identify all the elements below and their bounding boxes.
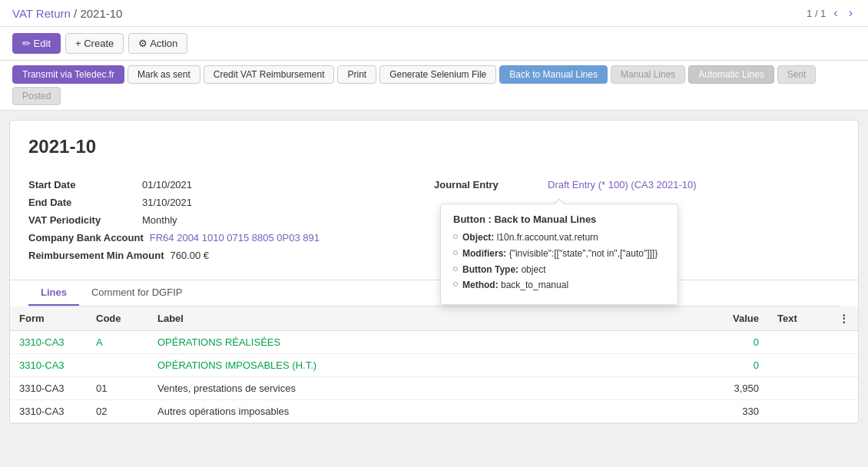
sent-tab[interactable]: Sent	[777, 65, 817, 84]
tooltip-button-type-value: object	[521, 264, 545, 275]
tooltip-bullet-2	[453, 250, 458, 255]
table-section: Form Code Label Value Text ⋮ 3310-CA3 A …	[10, 306, 858, 423]
tooltip-item-button-type: Button Type: object	[453, 263, 665, 277]
fields-left: Start Date 01/10/2021 End Date 31/10/202…	[28, 176, 434, 264]
print-button[interactable]: Print	[337, 65, 376, 84]
tooltip-modifiers-value: {"invisible":[["state","not in",["auto"]…	[509, 248, 658, 259]
tooltip-object-key: Object:	[462, 232, 497, 243]
tab-comment-dgfip[interactable]: Comment for DGFIP	[79, 280, 194, 306]
create-button[interactable]: + Create	[65, 33, 124, 54]
cell-menu-1	[830, 331, 858, 354]
tooltip-object-value: l10n.fr.account.vat.return	[497, 232, 598, 243]
field-label-journal-entry: Journal Entry	[434, 179, 542, 190]
tooltip-arrow-inner	[554, 200, 565, 205]
cell-code-1: A	[87, 331, 148, 354]
field-value-journal-entry[interactable]: Draft Entry (* 100) (CA3 2021-10)	[548, 179, 697, 190]
manual-lines-tab[interactable]: Manual Lines	[611, 65, 685, 84]
table-header: Form Code Label Value Text ⋮	[10, 306, 858, 331]
cell-text-2	[768, 354, 830, 377]
pagination: 1 / 1 ‹ ›	[807, 6, 856, 20]
cell-text-4	[768, 400, 830, 423]
cell-value-4: 330	[691, 400, 768, 423]
field-value-company-bank[interactable]: FR64 2004 1010 0715 8805 0P03 891	[150, 232, 320, 243]
tooltip-title: Button : Back to Manual Lines	[453, 214, 665, 225]
field-value-reimbursement: 760.00 €	[170, 250, 209, 261]
field-value-start-date: 01/10/2021	[142, 179, 192, 190]
posted-tab[interactable]: Posted	[12, 87, 61, 105]
table-row: 3310-CA3 A OPÉRATIONS RÉALISÉES 0	[10, 331, 858, 354]
toolbar: ✏ Edit + Create ⚙ Action	[0, 27, 868, 61]
table-row: 3310-CA3 01 Ventes, prestations de servi…	[10, 377, 858, 400]
cell-menu-3	[830, 377, 858, 400]
col-header-form: Form	[10, 306, 87, 331]
tooltip-bullet-4	[453, 282, 458, 286]
tab-list: Lines Comment for DGFIP	[28, 280, 840, 306]
tooltip-button-type-key: Button Type:	[462, 264, 521, 275]
cell-label-3: Ventes, prestations de services	[148, 377, 691, 400]
breadcrumb-parent[interactable]: VAT Return	[12, 7, 71, 20]
field-value-vat-periodicity: Monthly	[142, 214, 177, 226]
breadcrumb-separator: /	[74, 7, 77, 20]
cell-form-3: 3310-CA3	[10, 377, 87, 400]
edit-button[interactable]: ✏ Edit	[12, 33, 61, 54]
table-row: 3310-CA3 OPÉRATIONS IMPOSABLES (H.T.) 0	[10, 354, 858, 377]
credit-vat-button[interactable]: Credit VAT Reimbursement	[204, 65, 335, 84]
fields-grid: Start Date 01/10/2021 End Date 31/10/202…	[28, 176, 840, 264]
data-table: Form Code Label Value Text ⋮ 3310-CA3 A …	[10, 306, 858, 423]
cell-value-3: 3,950	[691, 377, 768, 400]
top-bar: VAT Return / 2021-10 1 / 1 ‹ ›	[0, 0, 868, 27]
table-body: 3310-CA3 A OPÉRATIONS RÉALISÉES 0 3310-C…	[10, 331, 858, 423]
field-label-company-bank: Company Bank Account	[28, 232, 144, 243]
tabs-section: Lines Comment for DGFIP	[10, 280, 858, 306]
action-button[interactable]: ⚙ Action	[128, 33, 187, 54]
back-to-manual-button[interactable]: Back to Manual Lines	[499, 65, 608, 84]
tab-lines[interactable]: Lines	[28, 280, 79, 306]
field-end-date: End Date 31/10/2021	[28, 194, 434, 211]
cell-form-1[interactable]: 3310-CA3	[10, 331, 87, 354]
cell-form-2[interactable]: 3310-CA3	[10, 354, 87, 377]
cell-label-4: Autres opérations imposables	[148, 400, 691, 423]
generate-selenium-button[interactable]: Generate Selenium File	[379, 65, 496, 84]
field-label-end-date: End Date	[28, 197, 136, 208]
field-value-end-date: 31/10/2021	[142, 197, 192, 208]
col-header-menu: ⋮	[830, 306, 858, 331]
field-journal-entry: Journal Entry Draft Entry (* 100) (CA3 2…	[434, 176, 840, 194]
field-label-reimbursement: Reimbursement Min Amount	[28, 250, 164, 261]
table-row: 3310-CA3 02 Autres opérations imposables…	[10, 400, 858, 423]
tooltip-item-method: Method: back_to_manual	[453, 279, 665, 292]
tooltip-method-text: Method: back_to_manual	[462, 279, 568, 292]
tooltip-object-text: Object: l10n.fr.account.vat.return	[462, 231, 598, 244]
tooltip-method-value: back_to_manual	[501, 280, 568, 290]
next-page-button[interactable]: ›	[846, 6, 856, 20]
tooltip-modifiers-text: Modifiers: {"invisible":[["state","not i…	[462, 247, 658, 260]
tooltip-item-object: Object: l10n.fr.account.vat.return	[453, 231, 665, 244]
cell-value-1: 0	[691, 331, 768, 354]
cell-menu-2	[830, 354, 858, 377]
field-label-vat-periodicity: VAT Periodicity	[28, 214, 136, 226]
cell-label-2: OPÉRATIONS IMPOSABLES (H.T.)	[148, 354, 691, 377]
col-header-value: Value	[691, 306, 768, 331]
field-reimbursement: Reimbursement Min Amount 760.00 €	[28, 247, 434, 264]
tooltip-popup: Button : Back to Manual Lines Object: l1…	[440, 204, 678, 305]
action-bar: Transmit via Teledec.fr Mark as sent Cre…	[0, 61, 868, 111]
tooltip-method-key: Method:	[462, 280, 501, 290]
mark-as-sent-button[interactable]: Mark as sent	[128, 65, 200, 84]
col-header-code: Code	[87, 306, 148, 331]
tooltip-modifiers-key: Modifiers:	[462, 248, 509, 259]
tooltip-item-modifiers: Modifiers: {"invisible":[["state","not i…	[453, 247, 665, 260]
field-label-start-date: Start Date	[28, 179, 136, 190]
cell-menu-4	[830, 400, 858, 423]
record-title: 2021-10	[28, 136, 840, 157]
form-section: 2021-10 Start Date 01/10/2021 End Date 3…	[10, 121, 858, 280]
col-header-label: Label	[148, 306, 691, 331]
prev-page-button[interactable]: ‹	[830, 6, 840, 20]
col-header-text: Text	[768, 306, 830, 331]
automatic-lines-tab[interactable]: Automatic Lines	[688, 65, 774, 84]
cell-form-4: 3310-CA3	[10, 400, 87, 423]
cell-code-3: 01	[87, 377, 148, 400]
cell-value-2: 0	[691, 354, 768, 377]
field-start-date: Start Date 01/10/2021	[28, 176, 434, 194]
cell-text-3	[768, 377, 830, 400]
cell-code-2	[87, 354, 148, 377]
transmit-button[interactable]: Transmit via Teledec.fr	[12, 65, 124, 84]
